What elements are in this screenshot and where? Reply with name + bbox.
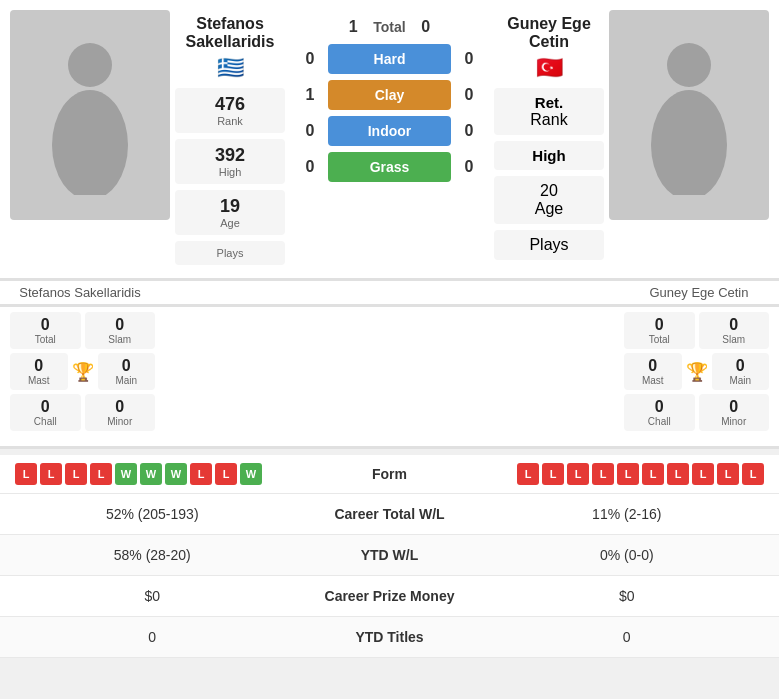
- player1-total-label: Total: [12, 334, 79, 345]
- player2-form-badge: L: [517, 463, 539, 485]
- indoor-btn[interactable]: Indoor: [328, 116, 451, 146]
- player2-form-badge: L: [542, 463, 564, 485]
- ytd-wl-row: 58% (28-20) YTD W/L 0% (0-0): [0, 535, 779, 576]
- svg-point-0: [68, 43, 112, 87]
- player2-slam-label: Slam: [701, 334, 768, 345]
- prize-money-left: $0: [15, 588, 290, 604]
- player2-main-label: Main: [714, 375, 768, 386]
- player2-form-badge: L: [642, 463, 664, 485]
- player2-plays-block: Plays: [494, 230, 604, 260]
- player2-form-badge: L: [592, 463, 614, 485]
- player2-minor-cell: 0 Minor: [699, 394, 770, 431]
- player1-form-badge: W: [140, 463, 162, 485]
- prize-money-label: Career Prize Money: [290, 588, 490, 604]
- hard-left: 0: [300, 50, 320, 68]
- player1-slam-label: Slam: [87, 334, 154, 345]
- hard-row: 0 Hard 0: [300, 44, 479, 74]
- player1-chall-label: Chall: [12, 416, 79, 427]
- player1-high-label: High: [183, 166, 277, 178]
- hard-btn[interactable]: Hard: [328, 44, 451, 74]
- total-score-left: 1: [343, 18, 363, 36]
- player1-rank-value: 476: [183, 94, 277, 115]
- indoor-row: 0 Indoor 0: [300, 116, 479, 146]
- player1-minor-value: 0: [87, 398, 154, 416]
- indoor-left: 0: [300, 122, 320, 140]
- player2-minor-label: Minor: [701, 416, 768, 427]
- career-total-left: 52% (205-193): [15, 506, 290, 522]
- player1-total-value: 0: [12, 316, 79, 334]
- career-total-row: 52% (205-193) Career Total W/L 11% (2-16…: [0, 494, 779, 535]
- player2-detail-stats: 0 Total 0 Slam 0 Mast 🏆 0 Main: [619, 307, 774, 436]
- player1-mast-cell: 0 Mast: [10, 353, 68, 390]
- player1-name-bottom: Stefanos Sakellaridis: [0, 281, 160, 304]
- svg-point-2: [667, 43, 711, 87]
- player2-main-cell: 0 Main: [712, 353, 770, 390]
- player2-chall-label: Chall: [626, 416, 693, 427]
- player1-detail-stats: 0 Total 0 Slam 0 Mast 🏆 0 Main: [5, 307, 160, 436]
- total-label: Total: [373, 19, 405, 35]
- indoor-right: 0: [459, 122, 479, 140]
- clay-row: 1 Clay 0: [300, 80, 479, 110]
- player2-rank-label: Rank: [502, 111, 596, 129]
- player2-form-badge: L: [692, 463, 714, 485]
- top-section: Stefanos Sakellaridis 🇬🇷 476 Rank 392 Hi…: [0, 0, 779, 281]
- ytd-titles-label: YTD Titles: [290, 629, 490, 645]
- player2-form-badge: L: [617, 463, 639, 485]
- player2-age-value: 20: [502, 182, 596, 200]
- clay-btn[interactable]: Clay: [328, 80, 451, 110]
- player1-mast-value: 0: [12, 357, 66, 375]
- player-names-row: Stefanos Sakellaridis Guney Ege Cetin: [0, 281, 779, 307]
- player1-chall-value: 0: [12, 398, 79, 416]
- ytd-titles-row: 0 YTD Titles 0: [0, 617, 779, 658]
- player1-age-value: 19: [183, 196, 277, 217]
- player1-flag: 🇬🇷: [217, 55, 244, 81]
- total-score-right: 0: [416, 18, 436, 36]
- player2-mast-cell: 0 Mast: [624, 353, 682, 390]
- player1-slam-cell: 0 Slam: [85, 312, 156, 349]
- player2-age-block: 20 Age: [494, 176, 604, 224]
- player1-form-badge: W: [240, 463, 262, 485]
- player2-trophy-icon: 🏆: [686, 361, 708, 383]
- player1-plays-block: Plays: [175, 241, 285, 265]
- player1-total-cell: 0 Total: [10, 312, 81, 349]
- svg-point-1: [52, 90, 128, 195]
- surface-rows: 0 Hard 0 1 Clay 0 0 Indoor 0: [300, 44, 479, 182]
- player2-photo: [609, 10, 769, 220]
- ytd-wl-right: 0% (0-0): [490, 547, 765, 563]
- player1-high-value: 392: [183, 145, 277, 166]
- player1-form-badge: L: [65, 463, 87, 485]
- player2-rank-block: Ret. Rank: [494, 88, 604, 135]
- player1-rank-label: Rank: [183, 115, 277, 127]
- career-total-label: Career Total W/L: [290, 506, 490, 522]
- ytd-wl-label: YTD W/L: [290, 547, 490, 563]
- player1-photo: [10, 10, 170, 220]
- player2-high-block: High: [494, 141, 604, 170]
- player1-form-badge: L: [190, 463, 212, 485]
- ytd-titles-left: 0: [15, 629, 290, 645]
- player-stats-detail-row: 0 Total 0 Slam 0 Mast 🏆 0 Main: [0, 307, 779, 449]
- player2-flag: 🇹🇷: [536, 55, 563, 81]
- player2-rank-value: Ret.: [502, 94, 596, 111]
- player1-form-badges: LLLLWWWLLW: [15, 463, 315, 485]
- player2-minor-value: 0: [701, 398, 768, 416]
- main-container: Stefanos Sakellaridis 🇬🇷 476 Rank 392 Hi…: [0, 0, 779, 658]
- player2-name-bottom: Guney Ege Cetin: [619, 281, 779, 304]
- hard-right: 0: [459, 50, 479, 68]
- player2-form-badges: LLLLLLLLLL: [465, 463, 765, 485]
- prize-money-right: $0: [490, 588, 765, 604]
- ytd-wl-left: 58% (28-20): [15, 547, 290, 563]
- player1-chall-cell: 0 Chall: [10, 394, 81, 431]
- player2-chall-cell: 0 Chall: [624, 394, 695, 431]
- player1-name: Stefanos Sakellaridis: [175, 15, 285, 51]
- player2-total-value: 0: [626, 316, 693, 334]
- bottom-section: LLLLWWWLLW Form LLLLLLLLLL 52% (205-193)…: [0, 455, 779, 658]
- player2-total-cell: 0 Total: [624, 312, 695, 349]
- player2-form-badge: L: [567, 463, 589, 485]
- total-row: 1 Total 0: [343, 18, 435, 36]
- player1-minor-cell: 0 Minor: [85, 394, 156, 431]
- player2-high-value: High: [502, 147, 596, 164]
- player2-age-label: Age: [502, 200, 596, 218]
- svg-point-3: [651, 90, 727, 195]
- grass-left: 0: [300, 158, 320, 176]
- grass-btn[interactable]: Grass: [328, 152, 451, 182]
